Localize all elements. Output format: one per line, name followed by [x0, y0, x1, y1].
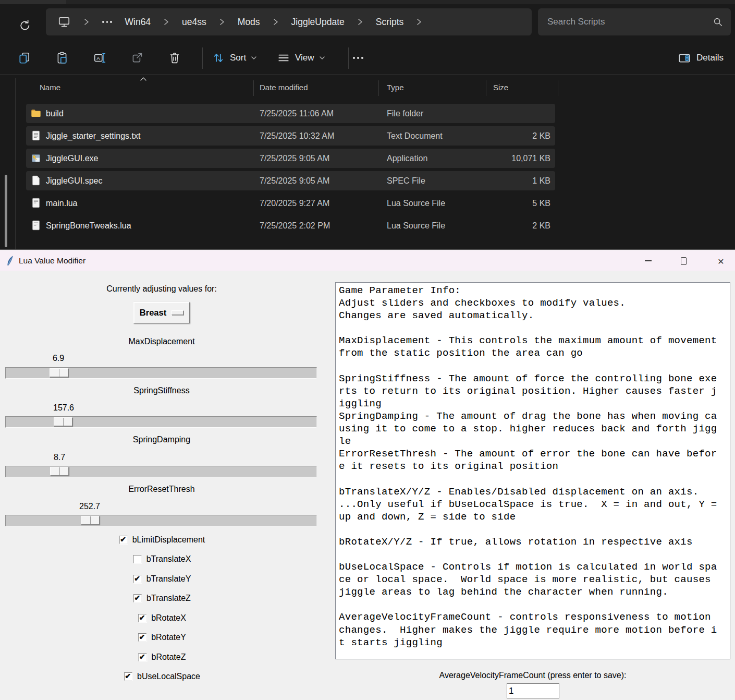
checkbox-btranslatez[interactable]: bTranslateZ [133, 594, 191, 603]
file-date: 7/25/2025 2:02 PM [260, 216, 330, 235]
parameter-info-textbox[interactable]: Game Parameter Info: Adjust sliders and … [335, 282, 730, 659]
delete-button[interactable] [165, 49, 184, 67]
breadcrumb-item-scripts[interactable]: Scripts [376, 17, 403, 28]
file-date: 7/20/2025 9:27 AM [260, 194, 329, 213]
checkbox-box[interactable] [133, 575, 142, 583]
close-icon: × [718, 256, 724, 267]
slider-handle[interactable] [81, 516, 100, 525]
breadcrumb-ellipsis-icon[interactable] [102, 21, 112, 23]
slider-handle[interactable] [54, 417, 72, 426]
file-type: Lua Source File [387, 194, 445, 213]
sort-icon [212, 51, 225, 65]
column-header-date[interactable]: Date modified [260, 83, 308, 92]
column-header-size[interactable]: Size [493, 83, 508, 92]
checkbox-box[interactable] [119, 536, 128, 544]
column-divider[interactable] [486, 80, 486, 96]
breadcrumb: Win64 ue4ss Mods JiggleUpdate Scripts [46, 8, 532, 35]
file-row-main-lua[interactable]: main.lua 7/20/2025 9:27 AM Lua Source Fi… [26, 194, 555, 213]
checkbox-label: bRotateZ [152, 653, 186, 662]
column-header-type[interactable]: Type [387, 83, 404, 92]
slider-value-errorresetthresh: 252.7 [79, 502, 100, 511]
details-icon [678, 51, 691, 65]
trash-icon [168, 51, 181, 65]
checkbox-btranslatex[interactable]: bTranslateX [133, 554, 191, 564]
checkbox-brotatex[interactable]: bRotateX [138, 613, 186, 623]
avg-velocity-input[interactable] [507, 683, 559, 698]
slider-value-maxdisplacement: 6.9 [53, 354, 64, 363]
checkbox-box[interactable] [138, 633, 146, 642]
lua-file-icon [30, 197, 42, 209]
checkbox-box[interactable] [133, 555, 142, 563]
file-row-springbonetweaks-lua[interactable]: SpringBoneTweaks.lua 7/25/2025 2:02 PM L… [26, 216, 555, 235]
this-pc-monitor-icon[interactable] [57, 15, 71, 29]
slider-label-maxdisplacement: MaxDisplacement [128, 337, 194, 346]
target-dropdown[interactable]: Breast [133, 302, 190, 323]
slider-maxdisplacement[interactable] [5, 367, 317, 379]
view-icon [277, 51, 290, 65]
file-row-build[interactable]: build 7/25/2025 11:06 AM File folder [26, 104, 555, 123]
checkbox-buselocalspace[interactable]: bUseLocalSpace [124, 672, 200, 681]
search-input[interactable] [538, 17, 712, 27]
minimize-button[interactable] [640, 254, 656, 268]
copy-icon [18, 51, 31, 65]
breadcrumb-item-jiggleupdate[interactable]: JiggleUpdate [291, 17, 345, 28]
column-header-name[interactable]: Name [40, 83, 60, 92]
nav-scrollbar-thumb[interactable] [5, 175, 7, 247]
sort-button[interactable]: Sort [212, 49, 257, 67]
sort-ascending-icon [140, 77, 147, 81]
toolbar-separator [202, 47, 203, 69]
file-type: File folder [387, 104, 423, 123]
checkbox-blimitdisplacement[interactable]: bLimitDisplacement [119, 535, 205, 545]
checkbox-box[interactable] [138, 614, 146, 622]
file-row-jigglegui-spec[interactable]: JiggleGUI.spec 7/25/2025 9:05 AM SPEC Fi… [26, 171, 555, 190]
share-icon [130, 51, 144, 65]
exe-file-icon [30, 152, 42, 164]
slider-label-springstiffness: SpringStiffness [133, 386, 189, 395]
target-dropdown-value: Breast [140, 308, 166, 318]
sort-label: Sort [230, 53, 246, 63]
file-size: 1 KB [474, 171, 550, 190]
slider-errorresetthresh[interactable] [5, 515, 317, 526]
checkbox-label: bTranslateX [146, 554, 191, 564]
breadcrumb-item-ue4ss[interactable]: ue4ss [182, 17, 206, 28]
column-divider[interactable] [378, 80, 379, 96]
checkbox-box[interactable] [124, 672, 132, 681]
more-options-button[interactable] [349, 49, 368, 67]
explorer-tab-strip [0, 0, 735, 4]
checkbox-box[interactable] [139, 653, 147, 661]
column-divider[interactable] [558, 80, 558, 96]
maximize-button[interactable] [676, 254, 691, 268]
checkbox-brotatez[interactable]: bRotateZ [139, 653, 186, 662]
slider-value-springstiffness: 157.6 [53, 403, 74, 413]
breadcrumb-item-win64[interactable]: Win64 [125, 17, 151, 28]
refresh-button[interactable] [15, 16, 35, 35]
chevron-down-icon [319, 56, 325, 60]
checkbox-brotatey[interactable]: bRotateY [138, 633, 186, 642]
view-button[interactable]: View [277, 49, 325, 67]
chevron-right-icon [358, 18, 363, 26]
rename-button[interactable]: A [90, 49, 109, 67]
window-title: Lua Value Modifier [19, 250, 85, 271]
details-button[interactable]: Details [678, 49, 724, 67]
slider-springdamping[interactable] [5, 466, 317, 477]
file-row-jiggle-starter-settings[interactable]: Jiggle_starter_settings.txt 7/25/2025 10… [26, 126, 555, 146]
search-icon[interactable] [712, 16, 724, 28]
column-divider[interactable] [253, 80, 254, 96]
dropdown-indicator-icon [172, 310, 183, 315]
slider-handle[interactable] [50, 467, 69, 476]
paste-button[interactable] [53, 49, 71, 67]
copy-button[interactable] [15, 49, 34, 67]
close-button[interactable]: × [713, 254, 729, 268]
file-row-jigglegui-exe[interactable]: JiggleGUI.exe 7/25/2025 9:05 AM Applicat… [26, 149, 555, 168]
checkbox-box[interactable] [133, 594, 142, 602]
checkbox-btranslatey[interactable]: bTranslateY [133, 574, 191, 584]
avg-velocity-label: AverageVelocityFrameCount (press enter t… [439, 671, 627, 680]
checkbox-label: bTranslateY [146, 574, 191, 584]
details-label: Details [696, 53, 724, 63]
slider-springstiffness[interactable] [5, 416, 317, 428]
slider-handle[interactable] [50, 368, 68, 377]
breadcrumb-item-mods[interactable]: Mods [238, 17, 260, 28]
file-type: SPEC File [387, 171, 425, 190]
share-button[interactable] [128, 49, 146, 67]
explorer-active-tab[interactable] [0, 0, 66, 4]
